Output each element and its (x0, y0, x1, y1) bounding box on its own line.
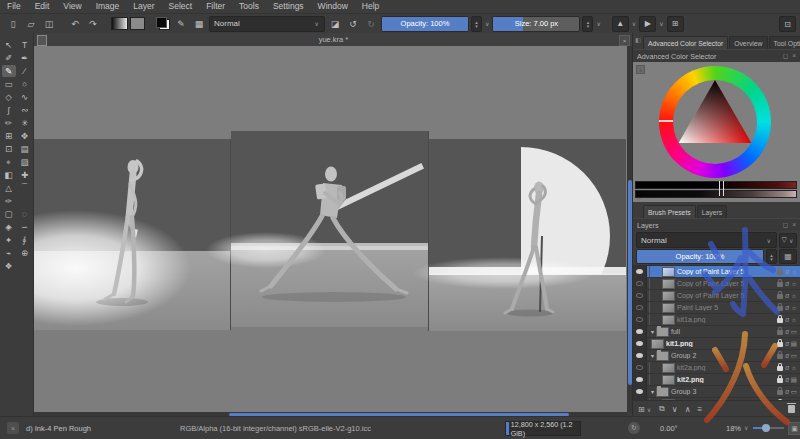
color-sampler-tool[interactable]: ⌖ (2, 156, 16, 168)
chevron-down-icon[interactable]: ∨ (631, 20, 637, 27)
layer-blending-mode-combo[interactable]: Normal ∨ (636, 232, 777, 248)
alpha-inherit-icon[interactable]: α (785, 376, 789, 383)
line-tool[interactable]: ∕ (18, 65, 32, 77)
layer-row[interactable]: ▾ kit1.png α (633, 338, 800, 350)
crop-tool[interactable]: ⊡ (2, 143, 16, 155)
layer-row[interactable]: ▾ Copy of Paint Layer 5 α (633, 290, 800, 302)
layer-style-icon[interactable] (791, 340, 797, 348)
menu-tools[interactable]: Tools (232, 0, 266, 13)
alpha-inherit-icon[interactable]: α (785, 328, 789, 335)
add-layer-button[interactable]: ⊞ ∨ (638, 405, 652, 414)
layer-style-icon[interactable] (791, 280, 797, 287)
polygonal-selection-tool[interactable]: ◈ (2, 221, 16, 233)
menu-layer[interactable]: Layer (126, 0, 161, 13)
layer-lock-icon[interactable] (777, 330, 783, 335)
fill-tool[interactable]: ◧ (2, 169, 16, 181)
layer-style-icon[interactable] (791, 292, 797, 299)
layer-visibility-eye-icon[interactable] (633, 314, 647, 325)
undo-button[interactable]: ↶ (67, 16, 83, 31)
layer-visibility-eye-icon[interactable] (633, 350, 647, 361)
group-caret-icon[interactable]: ▾ (651, 388, 654, 395)
alpha-inherit-icon[interactable]: α (785, 304, 789, 311)
layer-lock-icon[interactable] (777, 366, 783, 371)
subwindow-titlebar[interactable]: yue.kra * × (34, 33, 633, 47)
open-document-button[interactable]: ▱ (23, 16, 39, 31)
group-caret-icon[interactable]: ▾ (651, 328, 654, 335)
choose-workspace-button[interactable]: ⊡ (779, 16, 796, 32)
menu-image[interactable]: Image (89, 0, 127, 13)
float-docker-icon[interactable]: ◻ (783, 52, 788, 60)
gradient-chooser-button[interactable] (111, 17, 128, 30)
layer-visibility-eye-icon[interactable] (633, 290, 647, 301)
layer-row[interactable]: ▾ Copy of Paint Layer 5 α (633, 278, 800, 290)
menu-filter[interactable]: Filter (199, 0, 232, 13)
polyline-tool[interactable]: ∿ (18, 91, 32, 103)
opacity-spinner[interactable]: ▴▾ (471, 16, 482, 32)
chevron-down-icon[interactable]: ∨ (658, 20, 664, 27)
color-strip-bottom[interactable] (635, 190, 797, 198)
menu-file[interactable]: File (0, 0, 28, 13)
tab-brush-presets[interactable]: Brush Presets (643, 205, 696, 218)
recent-preset-button[interactable]: ↻ (363, 16, 379, 31)
move-tool[interactable]: ✥ (18, 130, 32, 142)
elliptical-selection-tool[interactable]: ◌ (18, 208, 32, 220)
layer-style-icon[interactable] (791, 268, 797, 275)
acs-config-icon[interactable]: ☼ (636, 195, 642, 201)
layer-filter-button[interactable]: ▽ ∨ (779, 233, 797, 248)
layer-row[interactable]: ▾ kit2a.png α (633, 362, 800, 374)
acs-docker-header[interactable]: Advanced Color Selector ◻ × (633, 49, 800, 62)
saturation-value-triangle[interactable] (659, 66, 771, 178)
layer-style-icon[interactable] (791, 328, 797, 336)
layer-style-icon[interactable] (791, 364, 797, 371)
menu-edit[interactable]: Edit (28, 0, 57, 13)
alpha-inherit-icon[interactable]: α (785, 280, 789, 287)
toolbox-spacer[interactable] (18, 195, 32, 207)
layer-lock-icon[interactable] (777, 282, 783, 287)
layer-visibility-eye-icon[interactable] (633, 302, 647, 313)
layer-style-icon[interactable] (791, 352, 797, 360)
pattern-edit-tool[interactable]: ▨ (18, 156, 32, 168)
save-button[interactable]: ◫ (41, 16, 57, 31)
hue-ring[interactable] (659, 66, 771, 178)
delete-layer-button[interactable] (788, 405, 795, 413)
move-layer-up-button[interactable]: ∧ (685, 405, 691, 414)
subwindow-close-button[interactable]: × (619, 35, 630, 46)
zoom-tool[interactable]: ⊕ (18, 247, 32, 259)
alpha-inherit-icon[interactable]: α (785, 268, 789, 275)
choose-brush-preset-button[interactable]: ▦ (191, 16, 207, 31)
menu-view[interactable]: View (56, 0, 88, 13)
similar-color-selection-tool[interactable]: ✦ (2, 234, 16, 246)
float-docker-icon[interactable]: ◻ (783, 221, 788, 229)
layer-properties-grid-button[interactable]: ▦ (779, 249, 797, 264)
layer-lock-icon[interactable] (777, 342, 783, 347)
foreground-background-colors[interactable] (155, 17, 171, 30)
freehand-path-tool[interactable]: ∾ (18, 104, 32, 116)
transform-tool[interactable]: ⊞ (2, 130, 16, 142)
current-brush-preset-label[interactable]: d) Ink-4 Pen Rough (26, 424, 91, 433)
chevron-down-icon[interactable]: ∨ (595, 20, 601, 27)
assistants-tool[interactable]: △ (2, 182, 16, 194)
move-layer-down-button[interactable]: ∨ (672, 405, 678, 414)
zoom-slider[interactable] (753, 427, 784, 429)
brush-preset-chip[interactable]: × (7, 422, 19, 434)
layer-opacity-slider[interactable]: Opacity: 100% (636, 249, 764, 264)
alpha-inherit-icon[interactable]: α (785, 292, 789, 299)
polygon-tool[interactable]: ◇ (2, 91, 16, 103)
edit-shapes-tool[interactable]: ✐ (2, 52, 16, 64)
chevron-down-icon[interactable]: ∨ (484, 20, 490, 27)
layer-lock-icon[interactable] (777, 318, 783, 323)
layer-visibility-eye-icon[interactable] (633, 338, 647, 349)
duplicate-layer-button[interactable]: ⧉ (659, 404, 665, 414)
tab-layers[interactable]: Layers (697, 205, 727, 218)
layer-lock-icon[interactable] (777, 294, 783, 299)
layer-row[interactable]: ▾ kit1a.png α (633, 314, 800, 326)
freehand-selection-tool[interactable]: ∽ (18, 221, 32, 233)
group-caret-icon[interactable]: ▾ (651, 352, 654, 359)
magnetic-selection-tool[interactable]: ⌁ (2, 247, 16, 259)
alpha-inherit-icon[interactable]: α (785, 364, 789, 371)
layer-row[interactable]: ▾ kit2.png α (633, 374, 800, 386)
rectangular-selection-tool[interactable]: ▢ (2, 208, 16, 220)
menu-window[interactable]: Window (311, 0, 355, 13)
multibrush-tool[interactable]: ✳ (18, 117, 32, 129)
edit-brush-settings-button[interactable]: ✎ (173, 16, 189, 31)
